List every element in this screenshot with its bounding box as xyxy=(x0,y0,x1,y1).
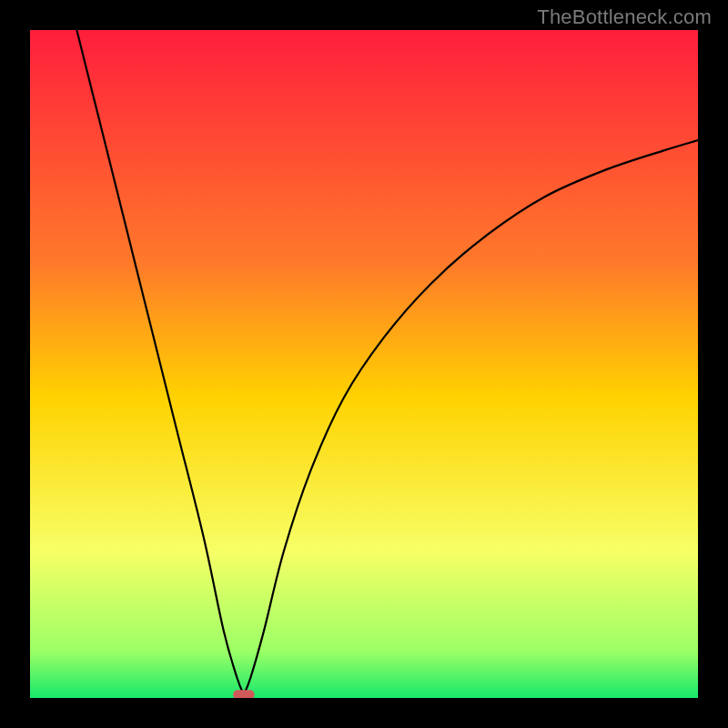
chart-frame: TheBottleneck.com xyxy=(0,0,728,728)
minimum-marker xyxy=(233,690,254,698)
plot-area xyxy=(30,30,698,698)
bottleneck-chart xyxy=(30,30,698,698)
watermark-text: TheBottleneck.com xyxy=(537,5,712,29)
